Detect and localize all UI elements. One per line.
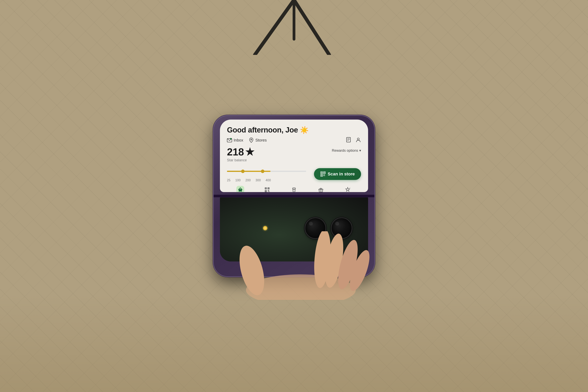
stars-row: 218 ★ Star balance Rewards options ▾: [227, 146, 361, 162]
sun-icon: ☀️: [300, 126, 309, 134]
profile-icon[interactable]: [356, 137, 361, 143]
rewards-label: Rewards options: [332, 148, 358, 153]
svg-rect-25: [266, 188, 266, 189]
camera-module: [304, 217, 352, 239]
location-icon: [249, 138, 254, 143]
ground-overlay: [0, 294, 588, 392]
milestone-300: 300: [256, 178, 261, 182]
app-content: Good afternoon, Joe ☀️ Inbox: [220, 120, 368, 192]
order-tab-icon: [290, 186, 298, 192]
tab-scan[interactable]: Scan: [259, 186, 275, 192]
milestone-25: 25: [227, 178, 230, 182]
offers-tab-icon: [344, 186, 352, 192]
bottom-nav: Home: [227, 184, 361, 192]
progress-scan-row: 25 100 200 300 400: [227, 168, 361, 180]
scan-button-label: Scan in store: [328, 172, 355, 176]
svg-marker-37: [346, 188, 350, 191]
rewards-options-button[interactable]: Rewards options ▾: [332, 148, 361, 153]
svg-rect-27: [266, 191, 266, 192]
progress-container: 25 100 200 300 400: [227, 171, 310, 178]
phone-screen-upper: Good afternoon, Joe ☀️ Inbox: [220, 120, 368, 192]
stars-number: 218: [227, 146, 244, 158]
svg-rect-20: [324, 176, 325, 176]
svg-point-5: [251, 139, 252, 140]
inbox-nav-item[interactable]: Inbox: [227, 138, 243, 143]
camera-lens-1: [304, 217, 326, 239]
greeting-text: Good afternoon, Joe: [227, 126, 298, 134]
phone-hinge: [214, 195, 374, 197]
stars-count: 218 ★: [227, 146, 254, 158]
nav-right-icons: [346, 137, 361, 143]
svg-rect-6: [346, 138, 350, 142]
svg-rect-18: [324, 174, 325, 175]
stores-nav-item[interactable]: Stores: [249, 138, 267, 143]
qr-code-icon: [320, 171, 326, 177]
home-tab-icon: [236, 186, 244, 192]
main-scene: Good afternoon, Joe ☀️ Inbox: [214, 116, 374, 276]
chevron-down-icon: ▾: [359, 148, 361, 153]
tab-home[interactable]: Home: [232, 186, 248, 192]
progress-track: [227, 171, 306, 172]
top-nav: Inbox Stores: [227, 137, 361, 143]
svg-rect-14: [321, 172, 322, 173]
svg-rect-17: [324, 174, 324, 175]
svg-rect-19: [324, 176, 324, 176]
gift-tab-icon: [317, 186, 325, 192]
tab-order[interactable]: Order: [286, 186, 302, 192]
svg-rect-21: [239, 189, 242, 191]
svg-rect-33: [293, 189, 295, 192]
stars-left: 218 ★ Star balance: [227, 146, 254, 162]
progress-labels: 25 100 200 300 400: [227, 178, 271, 182]
star-symbol: ★: [245, 146, 254, 158]
inbox-icon: [227, 138, 232, 143]
phone-device: Good afternoon, Joe ☀️ Inbox: [214, 116, 374, 276]
camera-lens-2: [331, 217, 352, 239]
svg-rect-26: [268, 188, 269, 189]
inbox-label: Inbox: [234, 138, 243, 142]
receipt-icon[interactable]: [346, 137, 351, 143]
phone-screen-lower: [220, 195, 368, 262]
svg-rect-16: [321, 175, 322, 176]
background-tripod: [216, 0, 372, 55]
star-balance-label: Star balance: [227, 158, 254, 162]
milestone-400: 400: [266, 178, 271, 182]
svg-point-4: [230, 138, 232, 140]
svg-rect-15: [324, 172, 325, 173]
svg-line-1: [294, 0, 329, 55]
milestone-200: 200: [246, 178, 251, 182]
tab-offers[interactable]: Offers: [340, 186, 356, 192]
tab-gift[interactable]: Gift: [313, 186, 329, 192]
stores-label: Stores: [256, 138, 267, 142]
svg-line-0: [255, 0, 294, 55]
svg-line-39: [350, 188, 350, 188]
scan-in-store-button[interactable]: Scan in store: [314, 168, 361, 180]
progress-dot-100: [261, 170, 264, 173]
progress-dot-25: [241, 170, 244, 173]
scan-tab-icon: [263, 186, 271, 192]
milestone-100: 100: [236, 178, 241, 182]
camera-flash: [263, 226, 267, 230]
svg-point-10: [357, 138, 359, 140]
